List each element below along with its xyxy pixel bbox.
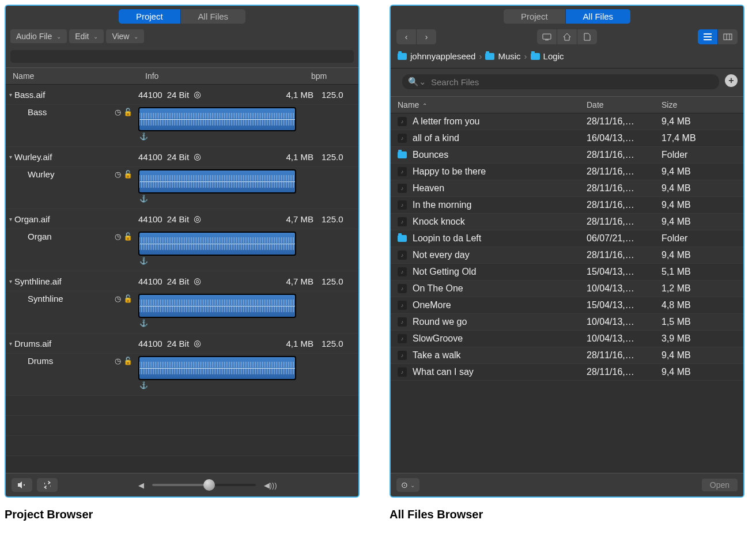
file-row[interactable]: ♪Heaven28/11/16,…9,4 MB <box>391 180 743 197</box>
file-row[interactable]: ♪Take a walk28/11/16,…9,4 MB <box>391 347 743 364</box>
file-date: 28/11/16,… <box>587 350 662 361</box>
crumb-label: johnnyappleseed <box>410 51 475 61</box>
region-row[interactable]: Bass◷🔓⚓ <box>6 105 358 147</box>
disclosure-triangle-icon[interactable]: ▾ <box>9 92 12 98</box>
file-row[interactable]: ♪Round we go10/04/13,…1,5 MB <box>391 314 743 331</box>
preview-speaker-button[interactable] <box>12 478 32 492</box>
table-row[interactable]: ▾Synthline.aif4410024 Bit◎4,7 MB125.0 <box>6 271 358 291</box>
volume-max-icon: ◀))) <box>264 481 277 490</box>
disclosure-triangle-icon[interactable]: ▾ <box>9 216 12 222</box>
waveform[interactable] <box>138 356 296 380</box>
table-row[interactable]: ▾Wurley.aif4410024 Bit◎4,1 MB125.0 <box>6 147 358 167</box>
file-name: Heaven <box>413 183 444 194</box>
file-date: 10/04/13,… <box>587 283 662 294</box>
region-row[interactable]: Organ◷🔓⚓ <box>6 229 358 271</box>
edit-menu[interactable]: Edit ⌄ <box>69 29 104 43</box>
crumb-2[interactable]: Logic <box>531 51 564 61</box>
crumb-label: Logic <box>543 51 564 61</box>
clock-icon: ◷ <box>115 170 121 179</box>
back-button[interactable]: ‹ <box>396 29 417 44</box>
tab-all-files[interactable]: All Files <box>566 9 631 24</box>
column-view-button[interactable] <box>718 29 738 44</box>
open-button[interactable]: Open <box>702 479 738 491</box>
audio-file-menu[interactable]: Audio File ⌄ <box>10 29 67 43</box>
logic-file-icon: ♪ <box>398 284 407 293</box>
bpm-value: 125.0 <box>318 339 358 348</box>
file-name: Not every day <box>413 250 470 260</box>
file-row[interactable]: ♪What can I say28/11/16,…9,4 MB <box>391 364 743 381</box>
col-name[interactable]: Name⌃ <box>398 100 587 109</box>
file-row[interactable]: ♪all of a kind16/04/13,…17,4 MB <box>391 130 743 147</box>
file-row[interactable]: ♪On The One10/04/13,…1,2 MB <box>391 280 743 297</box>
file-size: 4,1 MB <box>286 339 318 348</box>
waveform[interactable] <box>138 294 296 318</box>
file-row[interactable]: ♪A letter from you28/11/16,…9,4 MB <box>391 113 743 130</box>
project-search-strip[interactable] <box>10 50 354 63</box>
region-row[interactable]: Drums◷🔓⚓ <box>6 354 358 396</box>
home-button[interactable] <box>557 29 577 44</box>
file-row[interactable]: Bounces28/11/16,…Folder <box>391 147 743 164</box>
lock-icon: 🔓 <box>123 357 133 365</box>
volume-slider[interactable] <box>152 484 256 486</box>
project-folder-button[interactable] <box>577 29 597 44</box>
file-name: Knock knock <box>413 217 465 227</box>
history-nav: ‹ › <box>396 29 436 44</box>
anchor-icon: ⚓ <box>138 132 313 141</box>
col-info[interactable]: Info <box>145 71 311 81</box>
anchor-icon: ⚓ <box>138 195 313 203</box>
files-table-header: Name⌃ Date Size <box>391 96 743 113</box>
table-row[interactable]: ▾Bass.aif4410024 Bit◎4,1 MB125.0 <box>6 85 358 105</box>
col-size[interactable]: Size <box>662 100 736 109</box>
file-row[interactable]: ♪Knock knock28/11/16,…9,4 MB <box>391 214 743 230</box>
logic-file-icon: ♪ <box>398 317 407 327</box>
sample-rate: 44100 <box>138 90 162 100</box>
col-name[interactable]: Name <box>13 71 145 81</box>
logic-file-icon: ♪ <box>398 334 407 343</box>
waveform[interactable] <box>138 107 296 131</box>
table-row[interactable]: ▾Drums.aif4410024 Bit◎4,1 MB125.0 <box>6 333 358 354</box>
computer-button[interactable] <box>537 29 557 44</box>
waveform[interactable] <box>138 169 296 194</box>
file-row[interactable]: ♪In the morning28/11/16,…9,4 MB <box>391 197 743 214</box>
svg-rect-3 <box>724 34 732 40</box>
volume-min-icon: ◀ <box>138 481 144 490</box>
add-button[interactable]: + <box>725 74 738 87</box>
file-row[interactable]: ♪Not Getting Old15/04/13,…5,1 MB <box>391 264 743 280</box>
file-date: 10/04/13,… <box>587 317 662 327</box>
files-table-body: ♪A letter from you28/11/16,…9,4 MB♪all o… <box>391 113 743 473</box>
file-size: 4,8 MB <box>662 300 736 310</box>
tab-project[interactable]: Project <box>504 9 566 24</box>
col-date[interactable]: Date <box>587 100 662 109</box>
region-row[interactable]: Wurley◷🔓⚓ <box>6 167 358 209</box>
list-view-button[interactable] <box>698 29 718 44</box>
svg-rect-2 <box>545 40 549 40</box>
region-row[interactable]: Synthline◷🔓⚓ <box>6 291 358 333</box>
search-input[interactable]: 🔍⌄ Search Files <box>402 74 719 89</box>
region-name: Organ <box>9 232 52 241</box>
tab-project[interactable]: Project <box>119 9 181 24</box>
sort-asc-icon: ⌃ <box>422 103 427 109</box>
file-row[interactable]: ♪Happy to be there28/11/16,…9,4 MB <box>391 164 743 180</box>
file-size: 9,4 MB <box>662 350 736 361</box>
view-menu[interactable]: View ⌄ <box>106 29 144 43</box>
disclosure-triangle-icon[interactable]: ▾ <box>9 340 12 347</box>
lock-icon: 🔓 <box>123 294 133 303</box>
file-row[interactable]: ♪Not every day28/11/16,…9,4 MB <box>391 247 743 264</box>
bit-depth: 24 Bit <box>167 214 189 224</box>
project-bottom-bar: ◀ ◀))) <box>6 473 358 496</box>
disclosure-triangle-icon[interactable]: ▾ <box>9 278 12 285</box>
file-row[interactable]: ♪OneMore15/04/13,…4,8 MB <box>391 297 743 314</box>
action-menu-button[interactable]: ⊙ ⌄ <box>396 478 419 492</box>
forward-button[interactable]: › <box>417 29 436 44</box>
file-row[interactable]: Loopin to da Left06/07/21,…Folder <box>391 230 743 247</box>
crumb-0[interactable]: johnnyappleseed <box>398 51 475 61</box>
file-name: SlowGroove <box>413 333 463 344</box>
waveform[interactable] <box>138 232 296 256</box>
tab-all-files[interactable]: All Files <box>181 9 246 24</box>
file-row[interactable]: ♪SlowGroove10/04/13,…3,9 MB <box>391 331 743 347</box>
table-row[interactable]: ▾Organ.aif4410024 Bit◎4,7 MB125.0 <box>6 209 358 229</box>
col-bpm[interactable]: bpm <box>311 71 351 81</box>
disclosure-triangle-icon[interactable]: ▾ <box>9 154 12 160</box>
loop-button[interactable] <box>37 478 58 492</box>
crumb-1[interactable]: Music <box>485 51 520 61</box>
